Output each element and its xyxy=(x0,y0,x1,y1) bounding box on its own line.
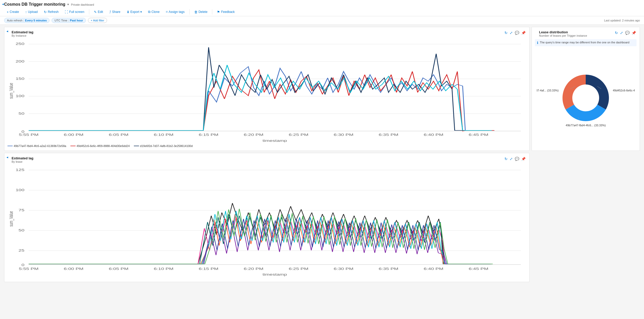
legend-line-red xyxy=(70,146,76,146)
toolbar-divider-2 xyxy=(189,9,190,14)
y-tick2-125: 125 xyxy=(15,168,24,172)
pie-info-text: The query's time range may be different … xyxy=(540,41,629,44)
x2-tick-615: 6:15 PM xyxy=(199,267,218,271)
x2-tick-605: 6:05 PM xyxy=(109,267,128,271)
chart-actions-2: ↻ ⤢ 💬 📌 xyxy=(504,156,526,161)
pie-comment-button[interactable]: 💬 xyxy=(625,30,630,35)
x2-tick-600: 6:00 PM xyxy=(64,267,83,271)
lease-line-1 xyxy=(29,203,489,264)
bottom-right-empty xyxy=(532,153,640,282)
add-filter-label: + Add filter xyxy=(91,19,104,22)
edit-button[interactable]: ✎ Edit xyxy=(91,9,106,15)
pie-chart-svg: d19e6f2d-7d37-4af... (33.33%) 49d452c6-6… xyxy=(537,64,635,131)
refresh-button[interactable]: ↻ Refresh xyxy=(41,9,61,15)
chart-expand-button-1[interactable]: ⤢ xyxy=(509,30,513,35)
pie-label-orange: 49b77a47-fbd4-4fc6... (33.33%) xyxy=(566,124,606,127)
pie-refresh-button[interactable]: ↻ xyxy=(614,30,618,35)
page-subtitle: Private dashboard xyxy=(71,3,94,6)
lease-distribution-panel: ◂ Lease distribution Number of leases pe… xyxy=(532,27,640,151)
x-tick-640: 6:40 PM xyxy=(424,133,443,137)
y-tick2-25: 25 xyxy=(19,249,25,252)
share-button[interactable]: ⤴ Share xyxy=(107,9,123,15)
legend-label-1: 49b77a47-fbd4-4fc6-a2a2-61369b72e58a xyxy=(14,144,66,147)
x2-tick-630: 6:30 PM xyxy=(334,267,353,271)
auto-refresh-label: Auto refresh : xyxy=(7,19,24,22)
chart-comment-button-1[interactable]: 💬 xyxy=(514,30,520,35)
x2-tick-645: 6:45 PM xyxy=(469,267,488,271)
share-icon: ⤴ xyxy=(109,10,111,14)
fullscreen-icon: ⛶ xyxy=(65,10,68,14)
pie-chart-area: d19e6f2d-7d37-4af... (33.33%) 49d452c6-6… xyxy=(535,48,637,147)
pin-icon-3: ◂ xyxy=(2,2,4,6)
upload-icon: ↑ xyxy=(25,10,27,14)
feedback-icon: ⚑ xyxy=(217,10,220,14)
x-tick-605: 6:05 PM xyxy=(109,133,128,137)
x-tick-635: 6:35 PM xyxy=(379,133,398,137)
y-tick2-100: 100 xyxy=(15,188,24,192)
line-chart-1: 250 200 150 100 50 0 sum_Value 5:55 xyxy=(7,39,526,142)
chart-legend-1: 49b77a47-fbd4-4fc6-a2a2-61369b72e58a 49d… xyxy=(7,142,526,147)
y-axis-label-2: sum_Value xyxy=(8,211,14,227)
lease-line-2 xyxy=(29,216,490,264)
pie-chart-title: Lease distribution xyxy=(539,30,587,34)
legend-line-blue xyxy=(7,146,13,146)
chevron-down-icon[interactable]: ▾ xyxy=(67,3,69,6)
trash-icon: 🗑 xyxy=(194,10,198,14)
fullscreen-button[interactable]: ⛶ Full screen xyxy=(62,9,87,15)
x2-tick-625: 6:25 PM xyxy=(289,267,308,271)
chart-subtitle-1: By Instance xyxy=(12,34,34,37)
pin-icon-1: ◂ xyxy=(6,29,8,33)
auto-refresh-filter[interactable]: Auto refresh : Every 5 minutes xyxy=(4,18,50,23)
clone-button[interactable]: ⧉ Clone xyxy=(145,9,162,15)
x-axis-label-2: timestamp xyxy=(263,273,287,276)
pie-expand-button[interactable]: ⤢ xyxy=(619,30,624,35)
y-tick2-75: 75 xyxy=(19,208,25,212)
x-tick-620: 6:20 PM xyxy=(244,133,263,137)
tag-icon: ⌗ xyxy=(166,10,168,14)
chart-title-1: Estimated lag xyxy=(12,30,34,34)
legend-label-3: d19e6f2d-7d37-4afb-81b2-3e258614100d xyxy=(140,144,193,147)
add-filter-button[interactable]: + Add filter xyxy=(88,18,107,23)
y-tick-50: 50 xyxy=(19,112,25,115)
chart-comment-button-2[interactable]: 💬 xyxy=(514,156,520,161)
chart-pin-button-1[interactable]: 📌 xyxy=(521,30,526,35)
y-tick-100: 100 xyxy=(15,94,24,98)
pin-icon-2: ◂ xyxy=(6,155,8,159)
time-label: UTC Time : xyxy=(54,19,69,22)
chart-area-1: 250 200 150 100 50 0 sum_Value 5:55 xyxy=(7,39,526,142)
x-tick-610: 6:10 PM xyxy=(154,133,173,137)
y-axis-label: sum_Value xyxy=(8,83,14,99)
x-axis-label: timestamp xyxy=(263,139,287,142)
x-tick-615: 6:15 PM xyxy=(199,133,218,137)
chart-refresh-button-1[interactable]: ↻ xyxy=(504,30,508,35)
delete-button[interactable]: 🗑 Delete xyxy=(192,9,210,15)
time-filter[interactable]: UTC Time : Past hour xyxy=(52,18,86,23)
assign-tags-button[interactable]: ⌗ Assign tags xyxy=(163,9,187,15)
chart-title-group-2: Estimated lag By lease xyxy=(12,156,34,163)
upload-button[interactable]: ↑ Upload xyxy=(23,9,40,15)
x-tick-630: 6:30 PM xyxy=(334,133,353,137)
plus-icon: + xyxy=(7,10,9,14)
pie-chart-header: Lease distribution Number of leases per … xyxy=(535,30,637,37)
pie-label-navy: d19e6f2d-7d37-4af... (33.33%) xyxy=(537,89,559,92)
feedback-button[interactable]: ⚑ Feedback xyxy=(214,9,237,15)
chart-header-1: Estimated lag By Instance ↻ ⤢ 💬 📌 xyxy=(7,30,526,37)
legend-item-2: 49d452c6-6e6c-4f09-8888-404d30e6dd24 xyxy=(70,144,130,147)
pie-title-group: Lease distribution Number of leases per … xyxy=(539,30,587,37)
toolbar-divider-1 xyxy=(89,9,89,14)
x-tick-625: 6:25 PM xyxy=(289,133,308,137)
chart-expand-button-2[interactable]: ⤢ xyxy=(509,156,513,161)
create-button[interactable]: + Create xyxy=(4,9,22,15)
legend-item-1: 49b77a47-fbd4-4fc6-a2a2-61369b72e58a xyxy=(7,144,66,147)
x2-tick-620: 6:20 PM xyxy=(244,267,263,271)
estimated-lag-lease-panel: ◂ Estimated lag By lease ↻ ⤢ 💬 📌 125 100… xyxy=(4,153,529,282)
pie-pin-button[interactable]: 📌 xyxy=(631,30,637,35)
time-value: Past hour xyxy=(70,19,83,22)
chart-pin-button-2[interactable]: 📌 xyxy=(521,156,526,161)
auto-refresh-value: Every 5 minutes xyxy=(25,19,47,22)
chart-refresh-button-2[interactable]: ↻ xyxy=(504,156,508,161)
dashboard: ◂ Estimated lag By Instance ↻ ⤢ 💬 📌 250 … xyxy=(0,25,644,313)
export-icon: ⬇ xyxy=(127,10,129,14)
export-button[interactable]: ⬇ Export ▾ xyxy=(124,9,145,15)
refresh-icon: ↻ xyxy=(44,10,47,14)
